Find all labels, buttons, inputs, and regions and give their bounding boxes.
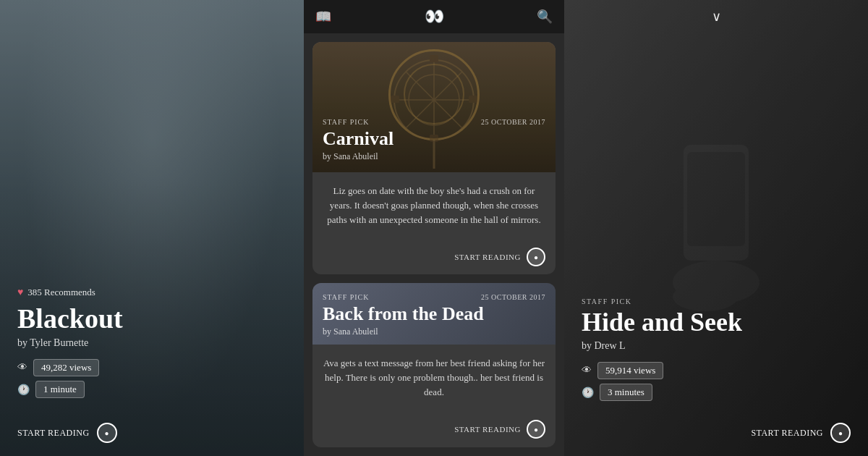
carnival-card[interactable]: STAFF PICK 25 OCTOBER 2017 Carnival by S… [312, 42, 556, 274]
right-chevron: ∨ [712, 9, 721, 25]
carnival-start-button[interactable]: ● [527, 248, 545, 266]
right-start-label: START READING [751, 428, 823, 439]
right-start-reading-button[interactable]: ● [830, 423, 851, 443]
carnival-author: by Sana Abuleil [323, 151, 545, 162]
left-panel: ♥ 385 Recommends Blackout by Tyler Burne… [0, 0, 304, 456]
btd-footer: START READING ● [312, 420, 556, 447]
carnival-footer: START READING ● [312, 248, 556, 274]
right-clock-icon: 🕐 [582, 387, 594, 399]
btd-card[interactable]: STAFF PICK 25 OCTOBER 2017 Back from the… [312, 283, 556, 447]
right-start-reading-row: START READING ● [564, 423, 868, 456]
btd-description: Ava gets a text message from her best fr… [323, 356, 545, 400]
eye-icon: 👁 [17, 362, 27, 373]
left-content: ♥ 385 Recommends Blackout by Tyler Burne… [0, 272, 304, 423]
carnival-date: 25 OCTOBER 2017 [481, 118, 545, 126]
carnival-title: Carnival [323, 129, 545, 150]
carnival-body: Liz goes on date with the boy she's had … [312, 172, 556, 248]
btd-start-label: START READING [454, 425, 521, 434]
heart-icon: ♥ [17, 287, 23, 298]
carnival-label-row: STAFF PICK 25 OCTOBER 2017 [323, 118, 545, 126]
time-row: 🕐 1 minute [17, 381, 286, 398]
carnival-play-icon: ● [534, 253, 538, 261]
time-badge: 1 minute [35, 381, 85, 398]
right-author: by Drew L [582, 340, 851, 352]
book-icon[interactable]: 📖 [315, 9, 331, 25]
right-staff-pick: STAFF PICK [582, 297, 851, 305]
right-content: STAFF PICK Hide and Seek by Drew L 👁 59,… [564, 283, 868, 423]
cards-container: STAFF PICK 25 OCTOBER 2017 Carnival by S… [304, 33, 564, 456]
play-icon: ● [105, 429, 109, 437]
story-author: by Tyler Burnette [17, 337, 286, 349]
search-icon[interactable]: 🔍 [537, 9, 553, 25]
right-time-badge: 3 minutes [600, 384, 652, 401]
right-views-badge: 59,914 views [597, 362, 663, 379]
btd-title: Back from the Dead [323, 304, 545, 325]
right-play-icon: ● [838, 429, 843, 437]
recommends-count: 385 Recommends [27, 287, 95, 298]
views-badge: 49,282 views [33, 359, 99, 376]
right-panel: ∨ STAFF PICK Hide and Seek by Drew L 👁 5… [564, 0, 868, 456]
left-start-reading-row: START READING ● [0, 423, 304, 456]
btd-date: 25 OCTOBER 2017 [481, 293, 545, 301]
btd-header: STAFF PICK 25 OCTOBER 2017 Back from the… [312, 283, 556, 345]
btd-play-icon: ● [534, 426, 538, 434]
carnival-staff-pick: STAFF PICK [323, 118, 370, 126]
logo-icon: 👀 [425, 7, 444, 26]
btd-start-button[interactable]: ● [527, 420, 545, 439]
views-row: 👁 49,282 views [17, 359, 286, 376]
carnival-overlay: STAFF PICK 25 OCTOBER 2017 Carnival by S… [312, 42, 556, 172]
right-title: Hide and Seek [582, 308, 851, 337]
left-start-label: START READING [17, 428, 90, 439]
carnival-image: STAFF PICK 25 OCTOBER 2017 Carnival by S… [312, 42, 556, 172]
carnival-start-label: START READING [454, 253, 521, 261]
btd-author: by Sana Abuleil [323, 326, 545, 337]
clock-icon: 🕐 [17, 384, 30, 396]
carnival-description: Liz goes on date with the boy she's had … [323, 184, 545, 227]
recommends-row: ♥ 385 Recommends [17, 287, 286, 298]
left-start-reading-button[interactable]: ● [97, 423, 117, 443]
center-header: 📖 👀 🔍 [304, 0, 564, 33]
story-title: Blackout [17, 304, 286, 334]
right-time-row: 🕐 3 minutes [582, 384, 851, 401]
btd-label-row: STAFF PICK 25 OCTOBER 2017 [323, 293, 545, 301]
right-eye-icon: 👁 [582, 365, 592, 376]
btd-staff-pick: STAFF PICK [323, 293, 370, 301]
center-panel: 📖 👀 🔍 [304, 0, 564, 456]
right-views-row: 👁 59,914 views [582, 362, 851, 379]
btd-body: Ava gets a text message from her best fr… [312, 345, 556, 420]
